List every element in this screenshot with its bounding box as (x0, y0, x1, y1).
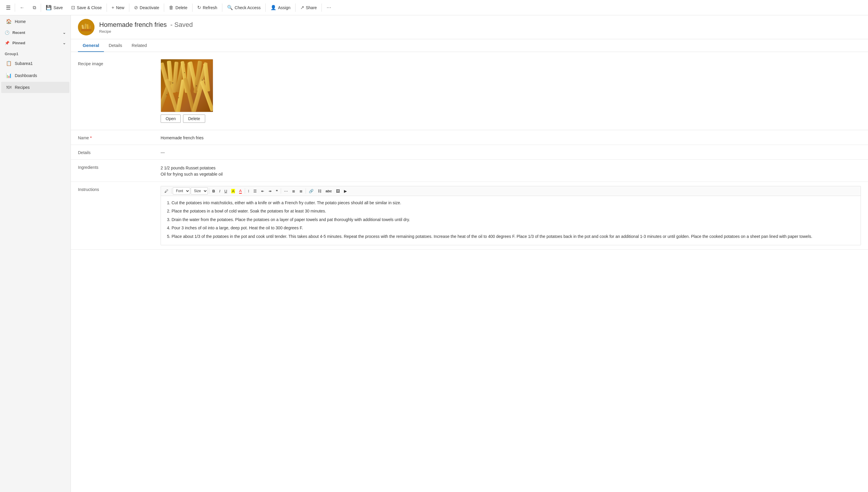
open-window-button[interactable]: ⧉ (29, 3, 40, 12)
home-icon: 🏠 (6, 19, 12, 24)
sidebar-item-subarea1[interactable]: 📋 Subarea1 (1, 57, 69, 69)
link-icon: 🔗 (309, 189, 314, 193)
toolbar-sep-8 (295, 3, 295, 12)
toolbar-sep-5 (192, 3, 193, 12)
bullets-button[interactable]: ⁞ (246, 188, 251, 194)
unlink-button[interactable]: ⛓ (316, 188, 323, 194)
font-color-icon: A (239, 189, 242, 194)
image-buttons: Open Delete (161, 115, 213, 123)
group1-label: Group1 (0, 48, 71, 57)
hamburger-icon: ☰ (6, 4, 10, 11)
content-area: Homemade french fries - Saved Recipe Gen… (71, 15, 868, 492)
refresh-icon: ↻ (197, 5, 201, 10)
font-color-button[interactable]: A (237, 188, 244, 195)
check-access-button[interactable]: 🔍 Check Access (223, 3, 265, 12)
sidebar-pinned-header[interactable]: 📌 Pinned ⌄ (0, 38, 71, 48)
details-value[interactable]: --- (161, 149, 861, 155)
rich-sep-2 (209, 188, 209, 194)
toolbar-sep-7 (265, 3, 266, 12)
sidebar-item-dashboards[interactable]: 📊 Dashboards (1, 70, 69, 81)
form-inner: Recipe image (71, 52, 868, 250)
rich-toolbar: 🖊 Font Size (161, 186, 861, 196)
numbering-button[interactable]: ☰ (251, 188, 259, 194)
refresh-button[interactable]: ↻ Refresh (193, 3, 221, 12)
toolbar-sep-3 (129, 3, 129, 12)
delete-button[interactable]: 🗑 Delete (165, 3, 191, 12)
assign-icon: 👤 (270, 5, 276, 10)
rich-sep-3 (245, 188, 245, 194)
ingredients-line1: 2 1/2 pounds Russet potatoes (161, 165, 861, 171)
save-icon: 💾 (46, 5, 52, 10)
tab-related[interactable]: Related (127, 39, 152, 52)
ingredients-value[interactable]: 2 1/2 pounds Russet potatoes Oil for fry… (161, 164, 861, 177)
delete-icon: 🗑 (169, 5, 174, 10)
main-layout: 🏠 Home 🕐 Recent ⌄ 📌 Pinned ⌄ Group1 📋 Su… (0, 15, 868, 492)
instructions-body[interactable]: Cut the potatoes into matchsticks, eithe… (161, 196, 861, 245)
new-icon: + (112, 5, 114, 10)
deactivate-button[interactable]: ⊘ Deactivate (130, 3, 163, 12)
align-right-button[interactable]: ≣ (297, 188, 305, 194)
pin-icon: 📌 (5, 41, 9, 45)
back-icon: ← (20, 5, 24, 10)
outdent-button[interactable]: ↞ (259, 188, 266, 194)
size-select[interactable]: Size (191, 188, 208, 195)
record-type: Recipe (99, 29, 193, 34)
instructions-row: Instructions 🖊 Font (71, 182, 868, 249)
menu-button[interactable]: ☰ (2, 2, 14, 14)
name-value[interactable]: Homemade french fries (161, 134, 861, 140)
image-delete-button[interactable]: Delete (183, 115, 205, 123)
outdent-icon: ↞ (261, 189, 264, 193)
underline-icon: U (224, 189, 227, 193)
sidebar-item-recipes[interactable]: 🍽 Recipes (1, 82, 69, 93)
save-button[interactable]: 💾 Save (42, 3, 67, 12)
instruction-step-1: Cut the potatoes into matchsticks, eithe… (171, 199, 856, 206)
save-close-button[interactable]: ⊡ Save & Close (67, 3, 106, 12)
blockquote-button[interactable]: ❝ (274, 188, 280, 194)
image-open-button[interactable]: Open (161, 115, 181, 123)
more-button[interactable]: ⋯ (322, 3, 335, 12)
instructions-editor: 🖊 Font Size (161, 186, 861, 245)
unlink-icon: ⛓ (318, 189, 321, 193)
toolbar-sep-6 (222, 3, 222, 12)
share-button[interactable]: ↗ Share (296, 3, 321, 12)
save-close-icon: ⊡ (71, 5, 75, 10)
indent-button[interactable]: ↠ (267, 188, 273, 194)
share-icon: ↗ (300, 5, 304, 10)
back-button[interactable]: ← (16, 3, 29, 12)
strikethrough-button[interactable]: abc (324, 188, 334, 194)
tab-general[interactable]: General (78, 39, 104, 52)
more-rich-button[interactable]: ▶ (342, 188, 349, 194)
highlight-icon: A (231, 189, 235, 193)
record-title-area: Homemade french fries - Saved Recipe (99, 21, 193, 34)
underline-button[interactable]: U (223, 188, 229, 194)
more-rich-icon: ▶ (344, 189, 347, 193)
link-button[interactable]: 🔗 (307, 188, 315, 194)
name-required-star: * (90, 136, 92, 140)
recent-chevron-icon: ⌄ (63, 30, 66, 35)
clear-format-button[interactable]: 🖊 (163, 188, 170, 194)
ingredients-line2: Oil for frying such as vegetable oil (161, 171, 861, 177)
align-center-button[interactable]: ≣ (290, 188, 297, 194)
align-center-icon: ≣ (292, 189, 295, 193)
font-select[interactable]: Font (173, 188, 190, 195)
recent-icon: 🕐 (5, 30, 9, 35)
new-button[interactable]: + New (107, 3, 128, 12)
sidebar: 🏠 Home 🕐 Recent ⌄ 📌 Pinned ⌄ Group1 📋 Su… (0, 15, 71, 492)
highlight-button[interactable]: A (230, 188, 237, 194)
tab-details[interactable]: Details (104, 39, 127, 52)
deactivate-icon: ⊘ (134, 5, 138, 10)
assign-button[interactable]: 👤 Assign (266, 3, 295, 12)
toolbar-sep-9 (321, 3, 322, 12)
toolbar-sep-0 (15, 3, 15, 12)
ingredients-row: Ingredients 2 1/2 pounds Russet potatoes… (71, 160, 868, 182)
sidebar-recent-header[interactable]: 🕐 Recent ⌄ (0, 27, 71, 38)
instruction-step-3: Drain the water from the potatoes. Place… (171, 216, 856, 223)
bold-button[interactable]: B (211, 188, 217, 194)
italic-button[interactable]: I (217, 188, 222, 194)
svg-point-24 (184, 72, 185, 73)
dashboards-icon: 📊 (6, 73, 12, 78)
open-window-icon: ⧉ (33, 5, 36, 10)
image-button[interactable]: 🖼 (334, 188, 342, 194)
align-left-button[interactable]: ⋯ (282, 188, 290, 194)
sidebar-item-home[interactable]: 🏠 Home (1, 16, 69, 27)
